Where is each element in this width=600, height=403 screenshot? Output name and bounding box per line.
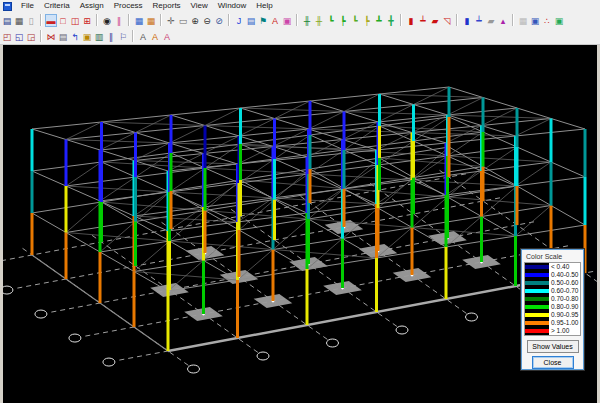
toolbar-separator — [456, 14, 458, 26]
viewport-left-border — [0, 44, 3, 403]
menu-item-assign[interactable]: Assign — [75, 0, 109, 12]
menu-item-reports[interactable]: Reports — [148, 0, 186, 12]
toolbar-separator — [400, 14, 402, 26]
legend-row: < 0.40 — [525, 263, 580, 271]
print-icon[interactable]: ▦ — [13, 14, 25, 27]
toolbar-separator — [40, 30, 42, 42]
database-book-icon[interactable]: ▥ — [93, 30, 105, 43]
column-ticks-1-icon[interactable]: ╫ — [301, 14, 313, 27]
legend-range-label: 0.60-0.70 — [549, 287, 580, 295]
scatter-view-icon[interactable]: ∴ — [541, 14, 553, 27]
color-grid-1-icon[interactable]: ▦ — [133, 14, 145, 27]
legend-color-swatch — [525, 271, 549, 279]
frame-green-icon[interactable]: ▣ — [553, 14, 565, 27]
legend-range-label: 0.95-1.00 — [549, 319, 580, 327]
toolbar-separator — [96, 14, 98, 26]
copy-properties-icon[interactable]: ▤ — [57, 30, 69, 43]
menu-item-criteria[interactable]: Criteria — [39, 0, 75, 12]
toolbar-separator — [228, 14, 230, 26]
legend-color-swatch — [525, 263, 549, 271]
menu-item-window[interactable]: Window — [213, 0, 251, 12]
blue-column-icon[interactable]: ▮ — [461, 14, 473, 27]
legend-row: 0.70-0.80 — [525, 295, 580, 303]
pan-icon[interactable]: ✛ — [165, 14, 177, 27]
red-column-icon[interactable]: ▮ — [405, 14, 417, 27]
view-plan-icon[interactable]: □ — [57, 14, 69, 27]
view-3d-icon[interactable]: ▬ — [45, 14, 57, 27]
legend-range-label: 0.70-0.80 — [549, 295, 580, 303]
blue-beam-icon[interactable]: ┷ — [473, 14, 485, 27]
red-folder-icon[interactable]: ▰ — [429, 14, 441, 27]
legend-color-swatch — [525, 311, 549, 319]
split-member-icon[interactable]: ∥ — [105, 30, 117, 43]
lock-model-icon[interactable]: ▣ — [81, 30, 93, 43]
menu-item-help[interactable]: Help — [251, 0, 277, 12]
toolbar-separator — [512, 14, 514, 26]
save-icon[interactable]: ▤ — [1, 14, 13, 27]
menu-item-process[interactable]: Process — [109, 0, 148, 12]
legend-row: 0.90-0.95 — [525, 311, 580, 319]
window-view-icon[interactable]: ▣ — [529, 14, 541, 27]
legend-row: 0.60-0.70 — [525, 287, 580, 295]
flag-members-icon[interactable]: ⚑ — [257, 14, 269, 27]
legend-color-swatch — [525, 295, 549, 303]
3d-model-wireframe — [0, 44, 600, 403]
legend-range-label: 0.50-0.60 — [549, 279, 580, 287]
toolbar-main: ▤▦▯▬□◫⊞◉∥▦▦✛▭⊕⊖⊘J▤⚑A▣╫╫┗┡┗┡┻╋▮┷▰◹▮┷▰▴▦▣∴… — [0, 12, 600, 29]
toolbar-separator — [132, 30, 134, 42]
dot-grid-icon[interactable]: ▦ — [517, 14, 529, 27]
annotate-icon[interactable]: A — [161, 30, 173, 43]
toolbar-separator — [40, 14, 42, 26]
zoom-in-icon[interactable]: ⊕ — [189, 14, 201, 27]
red-brace-icon[interactable]: ◹ — [441, 14, 453, 27]
frame-view-icon[interactable]: A — [269, 14, 281, 27]
close-button[interactable]: Close — [532, 356, 574, 369]
beam-design-6-icon[interactable]: ╋ — [385, 14, 397, 27]
app-icon[interactable] — [3, 2, 12, 11]
legend-row: 0.40-0.50 — [525, 271, 580, 279]
menu-item-file[interactable]: File — [16, 0, 39, 12]
view-elevation-icon[interactable]: ◫ — [69, 14, 81, 27]
section-cut-3-icon[interactable]: ◲ — [25, 30, 37, 43]
legend-color-swatch — [525, 287, 549, 295]
joint-load-icon[interactable]: J — [233, 14, 245, 27]
copy-pair-icon[interactable]: ▣ — [281, 14, 293, 27]
zoom-out-icon[interactable]: ⊖ — [201, 14, 213, 27]
member-table-icon[interactable]: ▤ — [245, 14, 257, 27]
legend-range-label: 0.90-0.95 — [549, 311, 580, 319]
application-window: FileCriteriaAssignProcessReportsViewWind… — [0, 0, 600, 403]
flag-item-icon[interactable]: ⚐ — [117, 30, 129, 43]
toolbar-secondary: ◰◱◲⋈▤↰▣▥∥⚐AAA — [0, 28, 600, 45]
copy-icon[interactable]: ▯ — [25, 14, 37, 27]
stress-plot-icon[interactable]: ∥ — [113, 14, 125, 27]
menu-item-view[interactable]: View — [186, 0, 213, 12]
model-viewport[interactable] — [0, 44, 600, 403]
beam-design-3-icon[interactable]: ┗ — [349, 14, 361, 27]
section-cut-2-icon[interactable]: ◱ — [13, 30, 25, 43]
view-grid-icon[interactable]: ⊞ — [81, 14, 93, 27]
color-scale-title: Color Scale — [524, 252, 581, 262]
section-cut-1-icon[interactable]: ◰ — [1, 30, 13, 43]
find-text-icon[interactable]: A — [149, 30, 161, 43]
legend-row: 0.50-0.60 — [525, 279, 580, 287]
delete-members-icon[interactable]: ⋈ — [45, 30, 57, 43]
color-grid-2-icon[interactable]: ▦ — [145, 14, 157, 27]
zoom-window-icon[interactable]: ▭ — [177, 14, 189, 27]
toolbar-separator — [160, 14, 162, 26]
red-beam-icon[interactable]: ┷ — [417, 14, 429, 27]
color-scale-list[interactable]: < 0.400.40-0.500.50-0.600.60-0.700.70-0.… — [524, 262, 581, 336]
show-values-button[interactable]: Show Values — [527, 340, 579, 353]
beam-design-2-icon[interactable]: ┡ — [337, 14, 349, 27]
column-ticks-2-icon[interactable]: ╫ — [313, 14, 325, 27]
beam-design-1-icon[interactable]: ┗ — [325, 14, 337, 27]
undo-arrow-icon[interactable]: ↰ — [69, 30, 81, 43]
gray-folder-icon[interactable]: ▰ — [485, 14, 497, 27]
legend-color-swatch — [525, 279, 549, 287]
beam-design-4-icon[interactable]: ┡ — [361, 14, 373, 27]
find-icon[interactable]: ◉ — [101, 14, 113, 27]
beam-design-5-icon[interactable]: ┻ — [373, 14, 385, 27]
font-tool-icon[interactable]: A — [137, 30, 149, 43]
legend-range-label: < 0.40 — [549, 263, 580, 271]
purple-marker-icon[interactable]: ▴ — [497, 14, 509, 27]
zoom-previous-icon[interactable]: ⊘ — [213, 14, 225, 27]
